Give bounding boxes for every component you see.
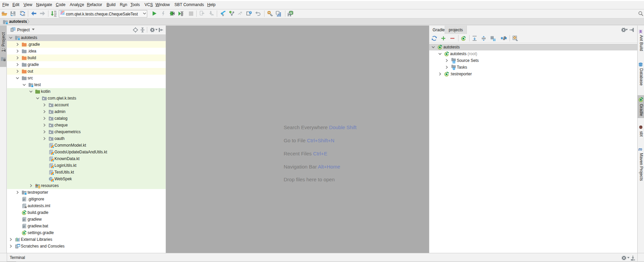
svg-text:01: 01 [54, 15, 57, 17]
